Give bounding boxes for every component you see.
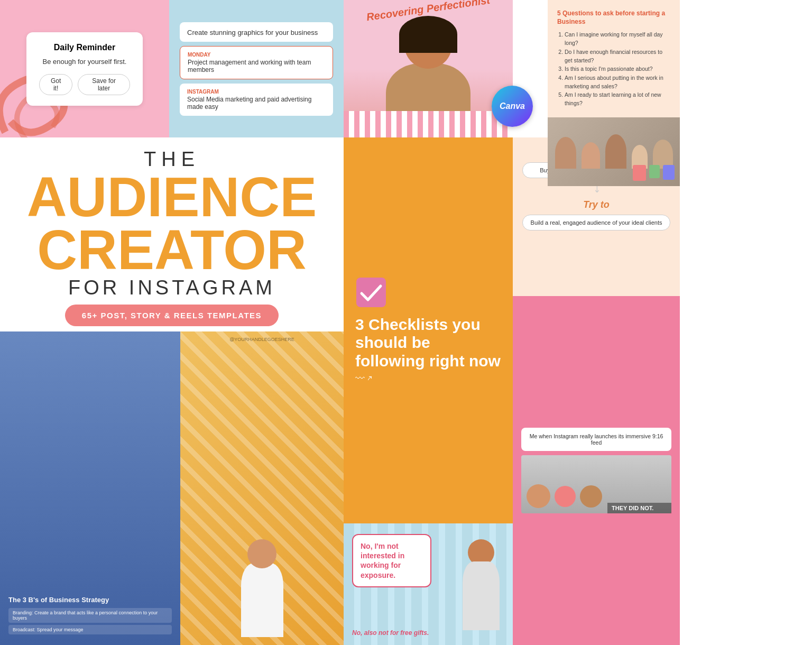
- checklists-heading: 3 Checklists you should be following rig…: [355, 316, 501, 371]
- daily-reminder-text: Be enough for yourself first.: [39, 58, 130, 66]
- no-exposure-panel: No, I'm not interested in working for ex…: [344, 523, 513, 645]
- canva-label: Canva: [500, 102, 525, 111]
- questions-heading: 5 Questions to ask before starting a Bus…: [557, 10, 670, 26]
- monday-text: Project management and working with team…: [188, 59, 325, 73]
- question-item-5: Am I ready to start learning a lot of ne…: [565, 90, 670, 108]
- question-item-3: Is this a topic I'm passionate about?: [565, 64, 670, 73]
- checklists-panel: 3 Checklists you should be following rig…: [344, 137, 513, 523]
- instagram-badge: INSTAGRAM: [187, 89, 326, 95]
- center-column: 3 Checklists you should be following rig…: [344, 137, 513, 645]
- daily-reminder-panel: Daily Reminder Be enough for yourself fi…: [0, 0, 169, 137]
- title-for-instagram: FOR INSTAGRAM: [68, 277, 275, 299]
- daily-reminder-title: Daily Reminder: [39, 43, 130, 52]
- squiggle-arrow: 〰 ↗: [355, 373, 501, 384]
- no-exposure-bubble: No, I'm not interested in working for ex…: [352, 534, 431, 587]
- daily-reminder-card: Daily Reminder Be enough for yourself fi…: [26, 32, 143, 106]
- left-column: THE AUDIENCE CREATOR FOR INSTAGRAM 65+ P…: [0, 137, 344, 645]
- checkmark-decoration: [355, 277, 501, 310]
- blue-preview-item1: Branding: Create a brand that acts like …: [8, 608, 172, 623]
- people-photo: [548, 117, 680, 186]
- bottom-previews: The 3 B's of Business Strategy Branding:…: [0, 331, 344, 646]
- person-figure-right: [455, 539, 508, 645]
- create-graphics-card: Create stunning graphics for your busine…: [180, 22, 333, 42]
- no-free-bubble: No, also not for free gifts.: [352, 629, 429, 637]
- svg-rect-0: [356, 278, 386, 307]
- recovering-panel: Recovering Perfectionist: [344, 0, 513, 137]
- recovering-wrapper: Recovering Perfectionist Canva: [344, 0, 513, 137]
- instagram-card: INSTAGRAM Social Media marketing and pai…: [180, 84, 333, 116]
- got-it-button[interactable]: Got it!: [39, 74, 72, 95]
- tools-panel: Create stunning graphics for your busine…: [169, 0, 344, 137]
- main-title-panel: THE AUDIENCE CREATOR FOR INSTAGRAM 65+ P…: [0, 137, 344, 331]
- canva-badge: Canva: [492, 86, 533, 127]
- monday-card: MONDAY Project management and working wi…: [180, 46, 333, 79]
- title-audience: AUDIENCE: [27, 171, 317, 224]
- top-section: Daily Reminder Be enough for yourself fi…: [0, 0, 680, 137]
- far-right-column: 5 Questions to ask before starting a Bus…: [548, 0, 680, 645]
- whole-page: Daily Reminder Be enough for yourself fi…: [0, 0, 812, 645]
- blue-preview-panel: The 3 B's of Business Strategy Branding:…: [0, 331, 180, 646]
- title-creator: CREATOR: [37, 224, 306, 277]
- monday-badge: MONDAY: [188, 52, 325, 58]
- instagram-text: Social Media marketing and paid advertis…: [187, 96, 326, 110]
- templates-badge: 65+ POST, STORY & REELS TEMPLATES: [65, 305, 279, 326]
- question-item-1: Can I imagine working for myself all day…: [565, 30, 670, 48]
- questions-panel: 5 Questions to ask before starting a Bus…: [548, 0, 680, 117]
- yellow-preview-panel: @YOURHANDLEGOESHERE: [180, 331, 344, 646]
- question-item-4: Am I serious about putting in the work i…: [565, 73, 670, 91]
- question-item-2: Do I have enough financial resources to …: [565, 48, 670, 65]
- handle-label: @YOURHANDLEGOESHERE: [180, 337, 344, 342]
- save-for-later-button[interactable]: Save for later: [78, 74, 130, 95]
- daily-reminder-buttons: Got it! Save for later: [39, 74, 130, 95]
- blue-preview-title: The 3 B's of Business Strategy: [8, 596, 172, 604]
- create-text: Create stunning graphics for your busine…: [187, 29, 326, 36]
- questions-list: Can I imagine working for myself all day…: [557, 30, 670, 107]
- blue-preview-item2: Broadcast: Spread your message: [8, 625, 172, 634]
